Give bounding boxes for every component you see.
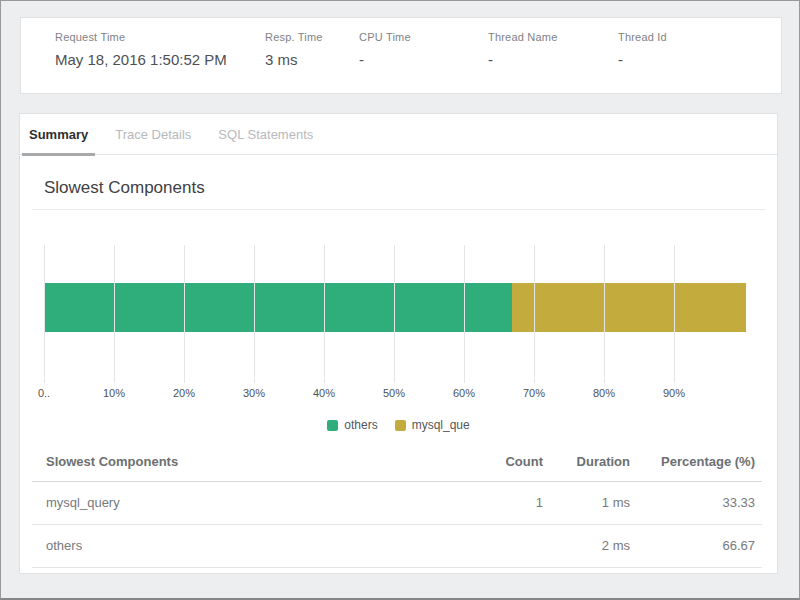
axis-tick-label: 70% [512, 387, 556, 399]
column-header-count: Count [453, 446, 543, 482]
tab-trace-details[interactable]: Trace Details [108, 114, 198, 156]
axis-tick-label: 60% [442, 387, 486, 399]
field-value-request-time: May 18, 2016 1:50:52 PM [55, 51, 265, 68]
cell-count [453, 525, 543, 568]
field-value-thread-name: - [488, 51, 618, 68]
legend-item-mysql_que[interactable]: mysql_que [395, 418, 470, 432]
trace-summary-header: Request TimeMay 18, 2016 1:50:52 PMResp.… [20, 17, 782, 94]
field-cpu-time: CPU Time- [359, 31, 488, 93]
column-header-percentage-: Percentage (%) [630, 446, 762, 482]
axis-tick-label: 30% [232, 387, 276, 399]
legend-label-mysql_que: mysql_que [412, 418, 470, 432]
axis-tick-label: 20% [162, 387, 206, 399]
column-header-slowest-components: Slowest Components [32, 446, 453, 482]
table-row-mysql_query: mysql_query11 ms33.33 [32, 482, 762, 525]
cell-name: mysql_query [32, 482, 453, 525]
stacked-bar [44, 283, 746, 332]
cell-duration: 2 ms [543, 525, 630, 568]
chart-gridline [464, 245, 465, 383]
window-frame: Request TimeMay 18, 2016 1:50:52 PMResp.… [0, 0, 800, 600]
chart-gridline [534, 245, 535, 383]
field-label-resp-time: Resp. Time [265, 31, 359, 43]
chart-gridline [674, 245, 675, 383]
trace-detail-card: SummaryTrace DetailsSQL Statements Slowe… [19, 113, 778, 574]
chart-gridline [394, 245, 395, 383]
legend-item-others[interactable]: others [327, 418, 377, 432]
chart-gridline [324, 245, 325, 383]
chart-legend: othersmysql_que [20, 418, 777, 432]
axis-tick-label: 90% [652, 387, 696, 399]
field-label-thread-name: Thread Name [488, 31, 618, 43]
bar-segment-mysql_que[interactable] [512, 283, 746, 332]
chart-gridline [114, 245, 115, 383]
legend-swatch-others [327, 420, 338, 431]
column-header-duration: Duration [543, 446, 630, 482]
field-thread-name: Thread Name- [488, 31, 618, 93]
cell-count: 1 [453, 482, 543, 525]
field-resp-time: Resp. Time3 ms [265, 31, 359, 93]
panel-title: Slowest Components [44, 178, 777, 198]
field-value-cpu-time: - [359, 51, 488, 68]
panel-separator [32, 209, 765, 210]
cell-name: others [32, 525, 453, 568]
chart-gridline [254, 245, 255, 383]
chart-gridline [604, 245, 605, 383]
table-body: mysql_query11 ms33.33others2 ms66.67 [32, 482, 762, 568]
axis-tick-label: 40% [302, 387, 346, 399]
field-value-resp-time: 3 ms [265, 51, 359, 68]
slowest-components-table: Slowest ComponentsCountDurationPercentag… [32, 446, 762, 568]
table-row-others: others2 ms66.67 [32, 525, 762, 568]
field-thread-id: Thread Id- [618, 31, 667, 93]
field-label-request-time: Request Time [55, 31, 265, 43]
tab-bar: SummaryTrace DetailsSQL Statements [20, 114, 777, 155]
axis-tick-label: 80% [582, 387, 626, 399]
tab-sql-statements[interactable]: SQL Statements [211, 114, 320, 156]
field-label-cpu-time: CPU Time [359, 31, 488, 43]
table-header-row: Slowest ComponentsCountDurationPercentag… [32, 446, 762, 482]
cell-percentage: 66.67 [630, 525, 762, 568]
field-label-thread-id: Thread Id [618, 31, 667, 43]
table-header-row: Slowest ComponentsCountDurationPercentag… [32, 446, 762, 482]
chart-gridline [44, 245, 45, 383]
legend-label-others: others [344, 418, 377, 432]
field-value-thread-id: - [618, 51, 667, 68]
chart-gridline [184, 245, 185, 383]
axis-tick-label: 10% [92, 387, 136, 399]
field-request-time: Request TimeMay 18, 2016 1:50:52 PM [55, 31, 265, 93]
axis-tick-label: 50% [372, 387, 416, 399]
cell-duration: 1 ms [543, 482, 630, 525]
slowest-components-chart: 0..10%20%30%40%50%60%70%80%90% [44, 245, 768, 399]
cell-percentage: 33.33 [630, 482, 762, 525]
tab-summary[interactable]: Summary [22, 114, 95, 156]
axis-tick-label: 0.. [22, 387, 66, 399]
legend-swatch-mysql_que [395, 420, 406, 431]
